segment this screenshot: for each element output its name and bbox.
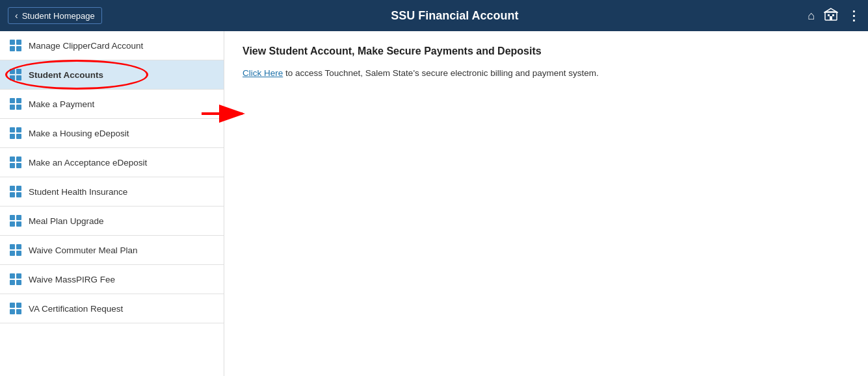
sidebar-label: Student Accounts (29, 70, 103, 80)
sidebar-label: Waive Commuter Meal Plan (29, 245, 138, 255)
svg-rect-30 (16, 215, 21, 220)
sidebar-item-waive-commuter-meal-plan[interactable]: Waive Commuter Meal Plan (0, 236, 224, 265)
sidebar-item-acceptance-edeposit[interactable]: Make an Acceptance eDeposit (0, 148, 224, 177)
sidebar-label: VA Certification Request (29, 304, 123, 314)
sidebar-item-waive-masspirg-fee[interactable]: Waive MassPIRG Fee (0, 265, 224, 294)
main-layout: Manage ClipperCard Account Student Accou… (0, 31, 868, 376)
svg-rect-12 (16, 75, 21, 81)
svg-rect-25 (10, 186, 15, 191)
svg-rect-37 (10, 273, 15, 279)
grid-icon (9, 214, 22, 227)
sidebar-item-va-certification-request[interactable]: VA Certification Request (0, 294, 224, 323)
svg-rect-20 (16, 134, 21, 139)
grid-icon (9, 185, 22, 198)
grid-icon (9, 302, 22, 315)
sidebar-label: Manage ClipperCard Account (29, 41, 143, 51)
svg-rect-2 (832, 14, 834, 16)
back-label: Student Homepage (22, 11, 95, 21)
sidebar-item-student-accounts[interactable]: Student Accounts (0, 60, 224, 90)
svg-rect-19 (10, 134, 15, 139)
svg-rect-29 (10, 215, 15, 220)
grid-icon (9, 68, 22, 81)
sidebar: Manage ClipperCard Account Student Accou… (0, 31, 224, 376)
svg-rect-36 (16, 251, 21, 256)
grid-icon (9, 273, 22, 286)
svg-rect-22 (16, 157, 21, 162)
svg-rect-21 (10, 157, 15, 162)
svg-rect-15 (10, 105, 15, 110)
sidebar-label: Make a Payment (29, 99, 94, 109)
header-icons: ⌂ ⋮ (808, 8, 860, 24)
grid-icon (9, 39, 22, 52)
svg-rect-6 (16, 40, 21, 45)
svg-rect-35 (10, 251, 15, 256)
svg-rect-43 (10, 309, 15, 314)
main-section-title: View Student Account, Make Secure Paymen… (243, 45, 599, 57)
svg-rect-33 (10, 244, 15, 249)
main-body-description: to access Touchnet, Salem State's secure… (283, 68, 599, 78)
main-content: View Student Account, Make Secure Paymen… (224, 31, 868, 376)
svg-rect-3 (830, 16, 832, 20)
svg-rect-38 (16, 273, 21, 279)
svg-rect-17 (10, 127, 15, 132)
svg-rect-40 (16, 280, 21, 285)
back-button[interactable]: ‹ Student Homepage (8, 7, 102, 24)
sidebar-label: Make a Housing eDeposit (29, 129, 129, 138)
grid-icon (9, 97, 22, 110)
grid-icon (9, 156, 22, 169)
svg-rect-8 (16, 46, 21, 51)
svg-rect-14 (16, 98, 21, 103)
sidebar-item-make-payment[interactable]: Make a Payment (0, 90, 224, 119)
svg-rect-13 (10, 98, 15, 103)
click-here-link[interactable]: Click Here (243, 68, 283, 78)
sidebar-collapse-button[interactable]: ▮▮ (224, 191, 224, 217)
svg-rect-16 (16, 105, 21, 110)
svg-rect-34 (16, 244, 21, 249)
building-icon[interactable] (824, 8, 838, 24)
svg-rect-10 (16, 69, 21, 74)
grid-icon (9, 127, 22, 140)
svg-rect-42 (16, 303, 21, 308)
svg-rect-32 (16, 221, 21, 227)
more-options-icon[interactable]: ⋮ (847, 8, 860, 23)
svg-rect-39 (10, 280, 15, 285)
svg-rect-11 (10, 75, 15, 81)
sidebar-item-housing-edeposit[interactable]: Make a Housing eDeposit (0, 119, 224, 148)
svg-rect-31 (10, 221, 15, 227)
svg-rect-23 (10, 163, 15, 168)
sidebar-item-student-health-insurance[interactable]: Student Health Insurance (0, 177, 224, 207)
sidebar-label: Meal Plan Upgrade (29, 216, 104, 226)
main-body-text: Click Here to access Touchnet, Salem Sta… (243, 66, 599, 81)
svg-rect-26 (16, 186, 21, 191)
svg-rect-9 (10, 69, 15, 74)
svg-rect-7 (10, 46, 15, 51)
svg-rect-18 (16, 127, 21, 132)
sidebar-item-meal-plan-upgrade[interactable]: Meal Plan Upgrade (0, 207, 224, 236)
sidebar-label: Student Health Insurance (29, 187, 127, 197)
svg-rect-1 (828, 14, 830, 16)
svg-rect-41 (10, 303, 15, 308)
chevron-left-icon: ‹ (15, 10, 18, 21)
svg-rect-24 (16, 163, 21, 168)
page-title: SSU Financial Account (102, 9, 808, 23)
svg-rect-27 (10, 192, 15, 197)
svg-rect-28 (16, 192, 21, 197)
sidebar-item-manage-clippercard[interactable]: Manage ClipperCard Account (0, 31, 224, 60)
sidebar-label: Waive MassPIRG Fee (29, 275, 115, 284)
sidebar-label: Make an Acceptance eDeposit (29, 158, 147, 168)
header: ‹ Student Homepage SSU Financial Account… (0, 0, 868, 31)
svg-rect-44 (16, 309, 21, 314)
svg-rect-5 (10, 40, 15, 45)
grid-icon (9, 244, 22, 257)
home-icon[interactable]: ⌂ (808, 9, 815, 23)
